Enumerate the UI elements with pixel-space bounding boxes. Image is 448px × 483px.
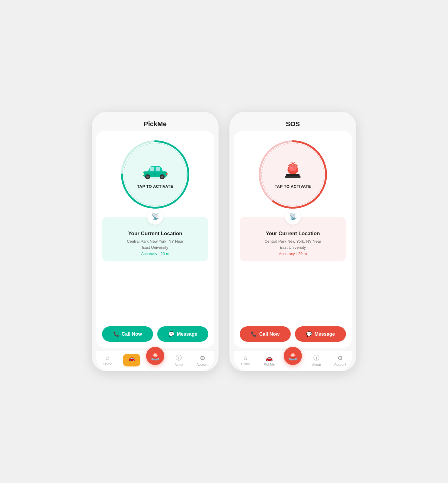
nav-about-right[interactable]: ⓘ About (307, 354, 325, 366)
message-icon-right: 💬 (306, 331, 312, 337)
account-icon-left: ⚙ (200, 354, 205, 362)
location-title-right: Your Current Location (266, 231, 320, 237)
tap-circle-left[interactable]: TAP TO ACTIVATE (119, 138, 191, 211)
phone-content-right: TAP TO ACTIVATE 📡 Your Current Location … (234, 131, 352, 348)
pickme-icon-left: 🚗 (128, 355, 135, 362)
about-icon-left: ⓘ (176, 354, 182, 362)
sos-fab-right[interactable]: 🚨 (284, 347, 302, 365)
nav-account-right[interactable]: ⚙ Account (331, 354, 349, 366)
nav-about-left[interactable]: ⓘ About (170, 354, 188, 366)
svg-rect-11 (166, 173, 168, 175)
sos-icon-left: 🚨 (150, 351, 160, 361)
phone-icon-right: 📞 (251, 331, 257, 337)
phone-title-right: SOS (229, 112, 356, 131)
svg-point-9 (161, 175, 163, 178)
accuracy-right: Accuracy : 20 m (279, 251, 307, 256)
svg-rect-5 (156, 167, 160, 171)
accuracy-left: Accuracy : 20 m (141, 251, 169, 256)
svg-point-7 (146, 175, 149, 178)
call-button-left[interactable]: 📞 Call Now (102, 326, 153, 342)
message-button-left[interactable]: 💬 Message (157, 326, 208, 342)
tap-circle-right[interactable]: TAP TO ACTIVATE (257, 138, 329, 211)
message-icon-left: 💬 (168, 331, 174, 337)
sos-fab-left[interactable]: 🚨 (146, 347, 164, 365)
siren-icon (281, 161, 305, 182)
phone-pickme: PickMe (92, 112, 219, 371)
tap-button-left[interactable]: TAP TO ACTIVATE (123, 143, 187, 206)
bottom-nav-right: ⌂ Home 🚗 PickMe 🚨 ⓘ About ⚙ Account (234, 351, 352, 371)
about-icon-right: ⓘ (313, 354, 319, 362)
nav-account-left[interactable]: ⚙ Account (194, 354, 212, 366)
phone-icon-left: 📞 (113, 331, 119, 337)
sos-icon-right: 🚨 (288, 351, 298, 361)
phones-container: PickMe (80, 100, 368, 383)
phone-content-left: TAP TO ACTIVATE 📡 Your Current Location … (96, 131, 214, 348)
action-buttons-right: 📞 Call Now 💬 Message (240, 325, 346, 342)
account-icon-right: ⚙ (338, 354, 343, 362)
tap-button-right[interactable]: TAP TO ACTIVATE (261, 143, 325, 206)
svg-rect-26 (285, 176, 300, 178)
location-card-left: 📡 Your Current Location Central Park New… (102, 217, 208, 261)
svg-rect-12 (143, 173, 144, 175)
location-title-left: Your Current Location (128, 231, 182, 237)
home-icon-left: ⌂ (106, 354, 110, 361)
home-icon-right: ⌂ (244, 354, 247, 361)
address-right: Central Park New York, NY Near East Univ… (264, 238, 321, 250)
address-left: Central Park New York, NY Near East Univ… (127, 238, 184, 250)
nav-home-right[interactable]: ⌂ Home (236, 354, 254, 366)
message-button-right[interactable]: 💬 Message (295, 326, 346, 342)
phone-sos: SOS (229, 112, 356, 371)
call-button-right[interactable]: 📞 Call Now (240, 326, 291, 342)
action-buttons-left: 📞 Call Now 💬 Message (102, 325, 208, 342)
signal-icon-right: 📡 (285, 209, 301, 225)
tap-text-right: TAP TO ACTIVATE (275, 184, 311, 189)
nav-pickme-right[interactable]: 🚗 PickMe (260, 354, 278, 366)
svg-point-23 (289, 165, 297, 171)
nav-pickme-left[interactable]: 🚗 PickMe (123, 354, 141, 366)
nav-home-left[interactable]: ⌂ Home (99, 354, 117, 366)
bottom-nav-left: ⌂ Home 🚗 PickMe 🚨 ⓘ About ⚙ Account (96, 351, 214, 371)
tap-text-left: TAP TO ACTIVATE (137, 184, 173, 189)
svg-rect-4 (150, 167, 154, 171)
svg-point-24 (290, 167, 293, 168)
location-card-right: 📡 Your Current Location Central Park New… (240, 217, 346, 261)
signal-icon-left: 📡 (147, 209, 163, 225)
car-icon (140, 161, 170, 182)
car-icon-right: 🚗 (265, 354, 273, 362)
phone-title-left: PickMe (92, 112, 219, 131)
